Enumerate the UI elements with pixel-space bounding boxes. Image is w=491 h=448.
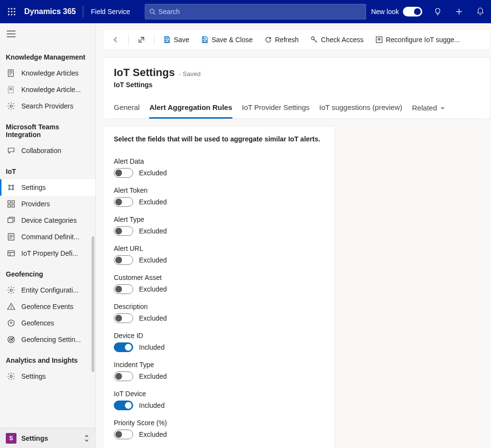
field-toggle[interactable] <box>114 168 133 178</box>
svg-point-1 <box>11 8 12 9</box>
svg-point-0 <box>8 8 9 9</box>
svg-line-10 <box>153 13 155 15</box>
tab[interactable]: IoT Provider Settings <box>242 98 310 118</box>
sidebar-item-label: Entity Configurati... <box>21 286 91 294</box>
sidebar-item[interactable]: Knowledge Article... <box>0 81 95 98</box>
svg-rect-30 <box>8 205 10 207</box>
field-toggle[interactable] <box>114 197 133 207</box>
check-access-button[interactable]: Check Access <box>306 33 368 46</box>
form-header-card: IoT Settings - Saved IoT Settings Genera… <box>103 57 491 119</box>
warning-icon <box>7 302 15 311</box>
field-state-label: Excluded <box>139 314 167 322</box>
waffle-icon <box>8 8 15 15</box>
add-button[interactable] <box>448 0 470 23</box>
tab[interactable]: Related <box>412 98 446 118</box>
sidebar-item[interactable]: Geofences <box>0 315 95 331</box>
save-icon <box>163 36 171 44</box>
field-label: Alert Token <box>114 186 324 194</box>
search-icon <box>149 8 155 15</box>
area-badge: S <box>6 433 16 444</box>
aggregation-field: Incident Type Excluded <box>114 361 324 381</box>
refresh-icon <box>264 36 272 44</box>
back-button[interactable] <box>107 33 124 46</box>
sidebar-item-label: IoT Property Defi... <box>21 249 91 257</box>
tab[interactable]: IoT suggestions (preview) <box>319 98 402 118</box>
tab[interactable]: General <box>114 98 139 118</box>
plus-icon <box>455 7 463 16</box>
sidebar-item[interactable]: Geofence Events <box>0 298 95 315</box>
global-search[interactable] <box>145 4 367 19</box>
field-label: IoT Device <box>114 390 324 398</box>
field-toggle[interactable] <box>114 255 133 265</box>
field-state-label: Excluded <box>139 431 167 438</box>
refresh-button[interactable]: Refresh <box>260 33 304 46</box>
sidebar-item[interactable]: Entity Configurati... <box>0 282 95 298</box>
sidebar-item[interactable]: Search Providers <box>0 98 95 114</box>
sidebar-scrollbar[interactable] <box>91 67 95 429</box>
sidebar-item[interactable]: Knowledge Articles <box>0 65 95 81</box>
command-bar: Save Save & Close Refresh Check Access R… <box>103 29 491 50</box>
brand-name[interactable]: Dynamics 365 <box>23 7 83 16</box>
svg-point-3 <box>8 11 9 12</box>
separator <box>154 34 154 46</box>
sidebar-item[interactable]: IoT Property Defi... <box>0 245 95 262</box>
reconfigure-label: Reconfigure IoT sugge... <box>386 36 460 44</box>
aggregation-field: IoT Device Included <box>114 390 324 410</box>
gear-icon <box>7 372 15 381</box>
fields-list: Alert Data Excluded Alert Token Excluded… <box>114 157 324 439</box>
sidebar-item-label: Command Definit... <box>21 233 91 241</box>
field-state-label: Excluded <box>139 256 167 264</box>
help-button[interactable] <box>427 0 448 23</box>
reconfigure-button[interactable]: Reconfigure IoT sugge... <box>370 33 465 46</box>
save-close-icon <box>201 36 209 44</box>
app-launcher[interactable] <box>0 0 23 23</box>
tab[interactable]: Alert Aggregation Rules <box>149 98 232 119</box>
save-close-button[interactable]: Save & Close <box>196 33 258 46</box>
sidebar-section-title: Geofencing <box>0 262 95 282</box>
panel-heading: Select the fields that will be used to a… <box>114 135 324 143</box>
svg-rect-16 <box>8 70 14 77</box>
field-toggle[interactable] <box>114 371 133 381</box>
field-toggle[interactable] <box>114 284 133 294</box>
sidebar-item-label: Knowledge Article... <box>21 86 91 93</box>
popout-button[interactable] <box>133 33 150 46</box>
chevron-down-icon <box>440 105 445 111</box>
module-name[interactable]: Field Service <box>83 8 138 15</box>
field-state-label: Excluded <box>139 372 167 380</box>
sidebar-item[interactable]: Providers <box>0 196 95 212</box>
nav-collapse[interactable] <box>0 23 95 45</box>
sidebar-item-label: Settings <box>21 372 91 380</box>
bell-icon <box>476 7 485 16</box>
sidebar-item[interactable]: Geofencing Settin... <box>0 331 95 348</box>
sidebar-item[interactable]: Settings <box>0 368 95 385</box>
notifications-button[interactable] <box>470 0 491 23</box>
new-look-toggle[interactable]: New look <box>366 7 427 16</box>
field-toggle[interactable] <box>114 342 133 352</box>
save-button[interactable]: Save <box>158 33 194 46</box>
search-input[interactable] <box>158 8 362 15</box>
sidebar-item[interactable]: Settings <box>0 179 95 196</box>
sidebar-section-title: IoT <box>0 159 95 179</box>
field-toggle[interactable] <box>114 313 133 323</box>
save-status: - Saved <box>179 70 200 77</box>
sidebar-content: Knowledge ManagementKnowledge ArticlesKn… <box>0 45 95 385</box>
sidebar-item[interactable]: Device Categories <box>0 212 95 229</box>
svg-rect-37 <box>8 251 15 256</box>
field-toggle[interactable] <box>114 226 133 236</box>
sidebar-item[interactable]: Command Definit... <box>0 229 95 245</box>
svg-point-9 <box>150 9 153 13</box>
svg-rect-29 <box>12 201 15 203</box>
updown-icon <box>84 434 90 442</box>
sidebar-section-title: Knowledge Management <box>0 45 95 65</box>
field-toggle[interactable] <box>114 401 133 410</box>
new-look-switch[interactable] <box>403 7 422 16</box>
back-icon <box>112 36 120 44</box>
device-cat-icon <box>7 216 15 225</box>
sidebar-item[interactable]: Collaboration <box>0 142 95 159</box>
svg-rect-51 <box>203 40 206 42</box>
page-title: IoT Settings <box>114 66 175 78</box>
aggregation-field: Alert URL Excluded <box>114 245 324 265</box>
field-toggle[interactable] <box>114 430 133 439</box>
area-switcher[interactable]: S Settings <box>0 428 95 448</box>
sidebar-item-label: Geofences <box>21 319 91 327</box>
